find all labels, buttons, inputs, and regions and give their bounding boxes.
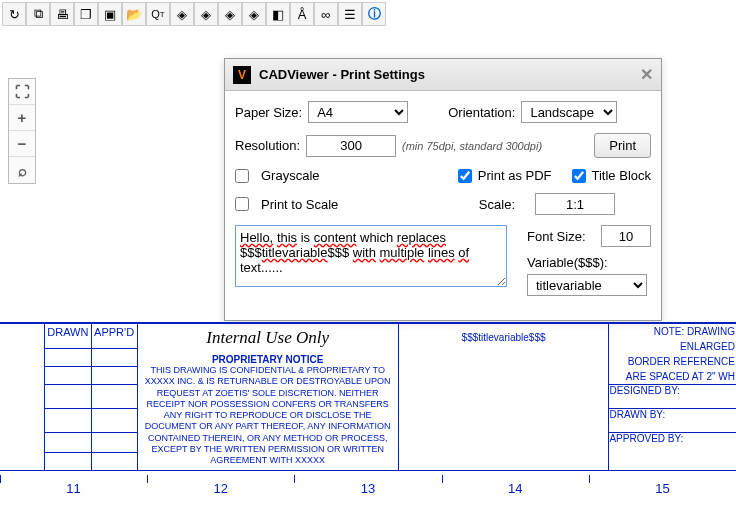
font-size-input[interactable] [601,225,651,247]
note-line-1: NOTE: DRAWING [609,324,736,339]
ruler: 11 12 13 14 15 [0,475,736,496]
print-to-scale-checkbox[interactable] [235,197,249,211]
print-as-pdf-label: Print as PDF [478,168,552,183]
drawn-header: DRAWN [45,324,91,349]
replacement-text-input[interactable]: Hello, this is content which replaces $$… [235,225,507,287]
multi-page-icon[interactable]: ❐ [74,2,98,26]
side-toolbar: ⛶ + − ⌕ [8,78,36,184]
fullscreen-icon[interactable]: ⛶ [9,79,35,105]
dialog-titlebar[interactable]: V CADViewer - Print Settings ✕ [225,59,661,91]
eraser-icon[interactable]: ◧ [266,2,290,26]
layer-front-icon[interactable]: ◈ [242,2,266,26]
ruler-tick: 14 [442,475,589,496]
orientation-select[interactable]: Landscape [521,101,617,123]
zoom-tool-icon[interactable]: ⌕ [9,157,35,183]
ruler-tick: 13 [294,475,441,496]
paper-size-label: Paper Size: [235,105,302,120]
print-icon[interactable]: 🖶 [50,2,74,26]
internal-use-only: Internal Use Only [138,324,398,350]
apprd-header: APPR'D [91,324,137,349]
dialog-title-text: CADViewer - Print Settings [259,67,425,82]
layer-mid-icon[interactable]: ◈ [194,2,218,26]
variable-select[interactable]: titlevariable [527,274,647,296]
folder-open-icon[interactable]: 📂 [122,2,146,26]
info-icon[interactable]: ⓘ [362,2,386,26]
stack-icon[interactable]: ▣ [98,2,122,26]
approved-by-cell: APPROVED BY: [609,433,736,471]
proprietary-notice-body: THIS DRAWING IS CONFIDENTIAL & PROPRIETA… [138,365,398,470]
print-settings-dialog: V CADViewer - Print Settings ✕ Paper Siz… [224,58,662,321]
list-icon[interactable]: ☰ [338,2,362,26]
grayscale-checkbox[interactable] [235,169,249,183]
note-line-2: ENLARGED [609,339,736,354]
designed-by-cell: DESIGNED BY: [609,385,736,409]
orientation-label: Orientation: [448,105,515,120]
zoom-out-icon[interactable]: − [9,131,35,157]
close-icon[interactable]: ✕ [640,65,653,84]
compass-icon[interactable]: Å [290,2,314,26]
variable-label: Variable($$$): [527,255,608,270]
scale-input[interactable] [535,193,615,215]
ruler-tick: 11 [0,475,147,496]
resolution-input[interactable] [306,135,396,157]
title-block-label: Title Block [592,168,651,183]
resolution-label: Resolution: [235,138,300,153]
app-logo-icon: V [233,66,251,84]
paper-size-select[interactable]: A4 [308,101,408,123]
link-icon[interactable]: ∞ [314,2,338,26]
ruler-tick: 15 [589,475,736,496]
note-line-4: ARE SPACED AT 2" WH [609,369,736,384]
print-to-scale-label: Print to Scale [261,197,338,212]
print-as-pdf-checkbox[interactable] [458,169,472,183]
note-line-3: BORDER REFERENCE [609,354,736,369]
copy-icon[interactable]: ⧉ [26,2,50,26]
drawn-by-cell: DRAWN BY: [609,409,736,433]
scale-label: Scale: [479,197,515,212]
title-block-drawing: DRAWN APPR'D Internal Use Only PROPRIETA… [0,322,736,471]
font-size-label: Font Size: [527,229,586,244]
title-variable-cell: $$$titlevariable$$$ [398,324,609,471]
resolution-hint: (min 75dpi, standard 300dpi) [402,140,542,152]
ruler-tick: 12 [147,475,294,496]
title-block-checkbox[interactable] [572,169,586,183]
top-toolbar: ↻ ⧉ 🖶 ❐ ▣ 📂 QT ◈ ◈ ◈ ◈ ◧ Å ∞ ☰ ⓘ [0,0,736,28]
zoom-in-icon[interactable]: + [9,105,35,131]
arrow-refresh-icon[interactable]: ↻ [2,2,26,26]
layer-back-icon[interactable]: ◈ [170,2,194,26]
print-button[interactable]: Print [594,133,651,158]
layer-fwd-icon[interactable]: ◈ [218,2,242,26]
proprietary-notice-title: PROPRIETARY NOTICE [138,350,398,365]
magnify-text-icon[interactable]: QT [146,2,170,26]
grayscale-label: Grayscale [261,168,320,183]
